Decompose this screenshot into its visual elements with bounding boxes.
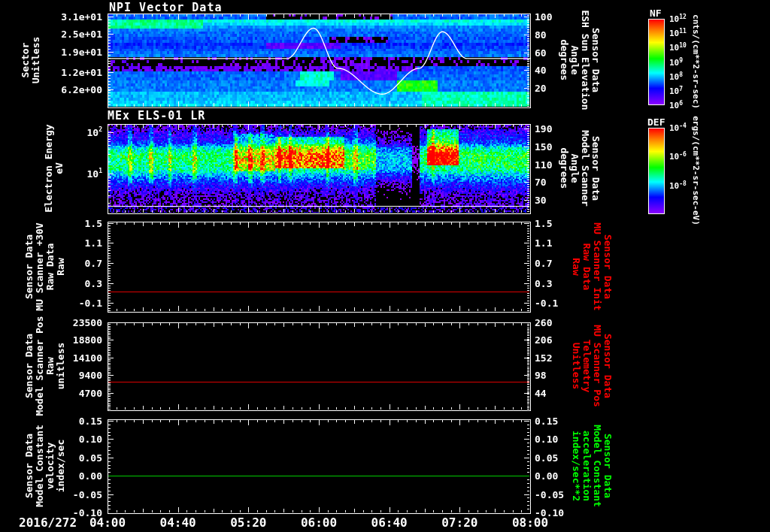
- mu30v-right-tick-label: -0.1: [535, 298, 580, 309]
- time-tick-label: 04:40: [148, 515, 208, 530]
- panel2-title: MEx ELS-01 LR: [108, 109, 205, 122]
- def-colorbar: [648, 128, 665, 214]
- els-colorbar-tick-label: 10-4: [669, 122, 704, 134]
- modelconst-left-tick-label: 0.15: [42, 415, 102, 426]
- scanpos-left-tick-label: 14100: [42, 352, 102, 363]
- mu30v-right-tick-label: 1.5: [535, 217, 580, 228]
- scanpos-left-tick-label: 23500: [42, 317, 102, 328]
- scanpos-right-tick-label: 260: [535, 317, 580, 328]
- npi-colorbar-tick-label: 106: [669, 100, 704, 111]
- els-colorbar-tick-label: 10-6: [669, 151, 704, 162]
- mu30v-left-tick-label: 0.7: [42, 257, 102, 268]
- mu30v-left-tick-label: -0.1: [42, 298, 102, 309]
- time-tick-label: 06:40: [359, 515, 420, 530]
- els-right-tick-label: 190: [535, 122, 580, 134]
- modelconst-left-tick-label: 0.10: [42, 434, 102, 445]
- npi-colorbar-tick-label: 1010: [669, 42, 704, 53]
- npi-colorbar-tick-label: 107: [669, 86, 704, 97]
- els-colorbar-tick-label: 10-8: [669, 180, 704, 191]
- npi-colorbar-tick-label: 1012: [669, 14, 704, 25]
- modelconst-right-tick-label: -0.05: [535, 488, 580, 500]
- els-right-tick-label: 110: [535, 159, 580, 170]
- npi-right-tick-label: 40: [535, 65, 580, 76]
- nf-colorbar: [648, 19, 665, 105]
- modelconst-left-tick-label: 0.05: [42, 452, 102, 463]
- time-tick-label: 04:00: [77, 515, 138, 530]
- els-left-tick-label: 101: [42, 168, 102, 179]
- mu30v-right-tick-label: 0.7: [535, 257, 580, 268]
- modelconst-right-tick-label: 0.10: [535, 434, 580, 445]
- els-right-tick-label: 30: [535, 195, 580, 206]
- els-left-tick-label: 102: [42, 126, 102, 138]
- scanpos-left-tick-label: 18800: [42, 334, 102, 346]
- modelconst-right-tick-label: 0.05: [535, 452, 580, 463]
- scanpos-right-tick-label: 98: [535, 370, 580, 381]
- mu30v-left-tick-label: 0.3: [42, 277, 102, 289]
- els-right-tick-label: 70: [535, 177, 580, 188]
- def-colorbar-title: DEF: [647, 116, 665, 128]
- mu30v-right-tick-label: 1.1: [535, 237, 580, 249]
- scanpos-right-tick-label: 206: [535, 334, 580, 346]
- scanpos-left-tick-label: 4700: [42, 387, 102, 398]
- scanpos-left-tick-label: 9400: [42, 370, 102, 381]
- mu30v-left-tick-label: 1.1: [42, 237, 102, 249]
- els-right-tick-label: 150: [535, 141, 580, 152]
- npi-colorbar-tick-label: 1011: [669, 28, 704, 39]
- npi-colorbar-tick-label: 109: [669, 56, 704, 68]
- time-tick-label: 06:00: [289, 515, 349, 530]
- time-tick-label: 07:20: [429, 515, 490, 530]
- npi-left-tick-label: 1.2e+01: [42, 67, 102, 78]
- npi-colorbar-tick-label: 108: [669, 71, 704, 82]
- modelconst-left-tick-label: -0.05: [42, 488, 102, 500]
- p1-left-axis-label: Sector Unitless: [20, 37, 41, 84]
- time-tick-label: 08:00: [500, 515, 560, 530]
- mu30v-left-tick-label: 1.5: [42, 217, 102, 228]
- mu30v-right-tick-label: 0.3: [535, 277, 580, 289]
- panel1-title: NPI Vector Data: [109, 1, 222, 14]
- modelconst-right-tick-label: 0.15: [535, 415, 580, 426]
- time-tick-label: 05:20: [218, 515, 278, 530]
- npi-right-tick-label: 60: [535, 47, 580, 58]
- npi-right-tick-label: 100: [535, 11, 580, 23]
- plot-page: NPI Vector Data MEx ELS-01 LR Sector Uni…: [0, 0, 770, 532]
- modelconst-right-tick-label: 0.00: [535, 470, 580, 482]
- scanpos-right-tick-label: 152: [535, 352, 580, 363]
- npi-left-tick-label: 1.9e+01: [42, 46, 102, 57]
- npi-right-tick-label: 80: [535, 29, 580, 40]
- nf-colorbar-title: NF: [650, 8, 662, 19]
- npi-left-tick-label: 3.1e+01: [42, 11, 102, 22]
- p4-left-axis-label: Sensor Data Model Scanner Pos Raw unitle…: [24, 316, 66, 416]
- npi-left-tick-label: 2.5e+01: [42, 29, 102, 40]
- npi-right-tick-label: 20: [535, 82, 580, 93]
- modelconst-left-tick-label: 0.00: [42, 470, 102, 482]
- npi-left-tick-label: 6.2e+00: [42, 83, 102, 95]
- scanpos-right-tick-label: 44: [535, 387, 580, 398]
- p1-right-axis-label: Sensor Data ESH Sun Elevation Angle degr…: [559, 10, 601, 110]
